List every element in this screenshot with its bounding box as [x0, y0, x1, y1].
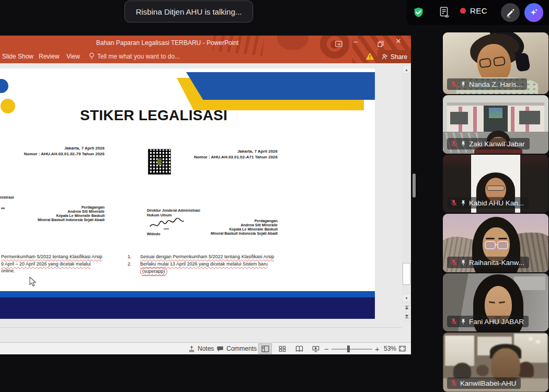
fit-window-icon	[398, 345, 406, 352]
slide-show-button[interactable]	[309, 343, 323, 354]
close-button[interactable]: ×	[396, 36, 401, 47]
normal-view-icon	[261, 345, 269, 352]
right-certificate-header: Jakarta, 7 April 2026 Nomor : AHU.AH.03.…	[194, 148, 278, 160]
pin-icon	[460, 81, 466, 88]
reading-view-button[interactable]	[292, 343, 306, 354]
reading-view-icon	[295, 345, 303, 352]
mic-muted-icon	[450, 199, 458, 206]
scroll-up-arrow[interactable]: ▲	[402, 65, 411, 74]
minimize-button[interactable]: –	[353, 37, 358, 45]
recording-indicator[interactable]: REC	[460, 6, 487, 15]
signature-scribble	[148, 218, 186, 230]
left-notes: Permenkumham 5/2022 tentang Klasifikasi …	[1, 253, 102, 275]
slide-scrollbar-thumb[interactable]	[403, 263, 410, 285]
shared-screen-powerpoint: Bahan Paparan Legalisasi TERBARU - Power…	[0, 36, 411, 354]
scroll-down-arrow[interactable]: ▼	[402, 294, 411, 302]
participant-tile-zaki[interactable]: Zaki Kanwil Jabar	[443, 95, 548, 154]
official-block: Direktur Jenderal Administrasi Hukum Umu…	[147, 209, 200, 217]
rec-dot	[460, 8, 466, 14]
slide-sorter-view-button[interactable]	[276, 343, 289, 354]
note-line: Permenkumham 5/2022 tentang Klasifikasi …	[1, 253, 102, 261]
notes-icon	[188, 345, 195, 352]
sparkle-icon	[529, 7, 539, 18]
tell-me-box[interactable]: Tell me what you want to do...	[89, 52, 180, 60]
note-number: 2.	[128, 261, 140, 268]
participant-tile-kabid[interactable]: Kabid AHU Kan...	[443, 155, 548, 213]
decor-blue-banner	[186, 72, 375, 100]
comments-label: Comments	[226, 345, 257, 352]
decor-yellow-circle	[1, 99, 15, 113]
annotate-button[interactable]	[501, 3, 520, 22]
left-cert-nomor: Nomor : AHU.AH.03.01.02-79 Tahun 2026	[24, 151, 105, 157]
notes-label: Notes	[198, 345, 214, 352]
participant-name: Raihanita-Kanw...	[469, 259, 524, 267]
mouse-cursor	[29, 276, 37, 290]
notes-button[interactable]: Notes	[188, 343, 214, 354]
next-slide-button[interactable]	[402, 313, 411, 320]
pin-icon	[460, 141, 466, 147]
signer-line: Kepala Le Mineraile Baskuit	[38, 214, 105, 218]
transcript-icon[interactable]	[438, 6, 451, 19]
participant-nameplate: Kabid AHU Kan...	[447, 197, 529, 209]
shield-check-icon[interactable]	[413, 7, 424, 18]
zoom-out-button[interactable]: −	[324, 343, 329, 354]
left-cert-date: Jakarta, 7 April 2026	[24, 145, 105, 151]
participant-tile-fani[interactable]: Fani AHU JABAR	[443, 273, 548, 331]
participant-name: Nanda Z. Haris...	[469, 80, 522, 88]
note-number: 1.	[128, 253, 140, 261]
right-cert-date: Jakarta, 7 April 2026	[194, 148, 278, 154]
zoom-in-button[interactable]: +	[375, 343, 380, 354]
slide-editing-area: STIKER LEGALISASI Jakarta, 7 April 2026 …	[0, 63, 411, 342]
signer-line: Mineral Baskuit Indonesia Sejati Abadi	[211, 232, 278, 236]
mic-muted-icon	[450, 318, 458, 325]
tab-slide-show[interactable]: Slide Show	[2, 53, 33, 60]
ribbon-display-options-button[interactable]	[335, 40, 342, 49]
ribbon-tabs-row: Slide Show Review View Tell me what you …	[0, 50, 411, 63]
share-label: Share	[391, 53, 407, 61]
left-edge-mark	[1, 207, 5, 209]
note-line-superapp: (superapp)	[140, 268, 167, 276]
meeting-app: Risbina Ditjen AHU is talking... REC Bah…	[0, 0, 549, 392]
zoom-slider-thumb[interactable]	[347, 345, 350, 352]
participant-tile-raihanita[interactable]: Raihanita-Kanw...	[443, 214, 548, 272]
slide-canvas: STIKER LEGALISASI Jakarta, 7 April 2026 …	[0, 68, 375, 319]
participant-nameplate: Raihanita-Kanw...	[447, 257, 529, 268]
pin-icon	[460, 259, 466, 266]
notes-pane-divider	[0, 327, 402, 328]
signer-line: Perdagangan	[211, 219, 278, 223]
note-line: online.	[1, 268, 102, 275]
ai-companion-button[interactable]	[524, 3, 543, 22]
participant-tile-kanwilbabel[interactable]: KanwilBabel-AHU	[443, 332, 548, 392]
previous-slide-button[interactable]	[402, 304, 411, 312]
tab-review[interactable]: Review	[39, 53, 59, 60]
gallery-scrollbar-thumb[interactable]	[413, 174, 416, 198]
tab-view[interactable]: View	[66, 53, 80, 60]
slide-title: STIKER LEGALISASI	[77, 107, 230, 124]
official-line: Direktur Jenderal Administrasi	[147, 209, 200, 213]
mic-muted-icon	[450, 259, 458, 266]
powerpoint-status-bar: Notes Comments − + 53%	[0, 342, 411, 354]
left-edge-partial-text: nistrasi	[0, 195, 14, 200]
restore-button[interactable]	[378, 40, 384, 49]
right-signer-block: Perdagangan Andrew Siti Mineraile Kepala…	[211, 219, 278, 236]
participant-name: Fani AHU JABAR	[469, 318, 524, 326]
decor-blue-circle	[0, 79, 8, 93]
rec-label: REC	[470, 6, 487, 15]
slide-footer-blue-stripe	[0, 291, 375, 297]
zoom-slider-track[interactable]	[331, 349, 372, 350]
fit-slide-to-window-button[interactable]	[398, 343, 406, 354]
participant-nameplate: Zaki Kanwil Jabar	[447, 138, 530, 149]
pin-icon	[460, 200, 466, 206]
warning-icon[interactable]	[365, 52, 374, 62]
slide-footer-navy-bar	[0, 297, 375, 319]
comments-button[interactable]: Comments	[216, 343, 257, 354]
participant-tile-nanda[interactable]: Nanda Z. Haris...	[443, 32, 548, 94]
mic-muted-icon	[450, 80, 458, 88]
share-button[interactable]: Share	[378, 50, 411, 63]
signer-line: Kepala Le Mineraile Baskuit	[211, 227, 278, 232]
right-notes: 1. Sesuai dengan Permenkumham 5/2022 ten…	[128, 253, 274, 276]
normal-view-button[interactable]	[258, 343, 272, 354]
slide-sorter-icon	[279, 345, 286, 352]
zoom-level[interactable]: 53%	[384, 343, 396, 354]
official-name: Widodo	[147, 232, 161, 236]
